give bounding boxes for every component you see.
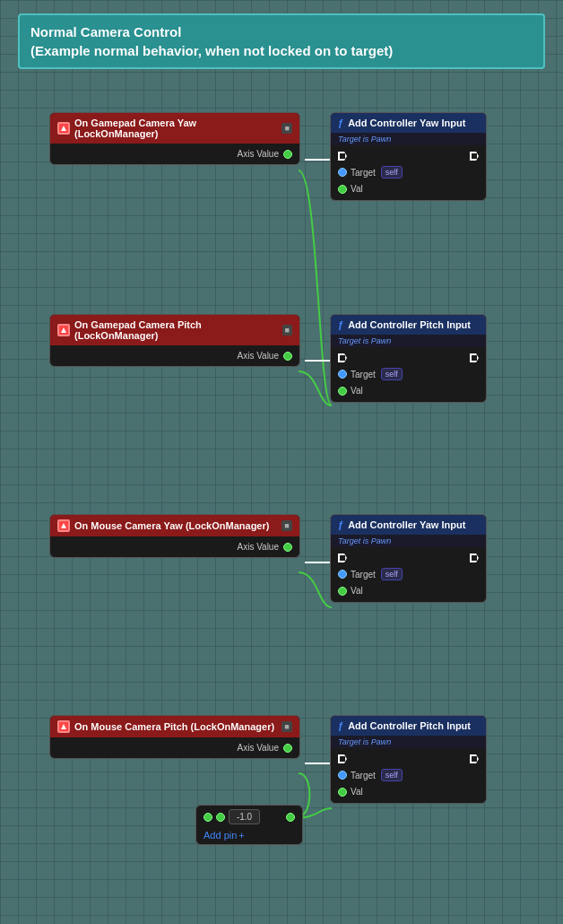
func-yaw-2-title: Add Controller Yaw Input — [348, 519, 465, 530]
target-pin-3[interactable] — [338, 570, 347, 579]
target-pin-2[interactable] — [338, 370, 347, 379]
event-icon-2 — [57, 324, 70, 336]
val-pin-4[interactable] — [338, 788, 347, 797]
exec-in-pin-2[interactable] — [338, 353, 347, 362]
event-icon — [57, 122, 70, 135]
close-button-2[interactable]: ■ — [282, 325, 292, 336]
add-pin-row: Add pin + — [196, 828, 302, 844]
func-yaw-1-subtitle: Target is Pawn — [331, 133, 486, 145]
self-badge-2: self — [381, 368, 403, 380]
func-icon: ƒ — [338, 118, 343, 128]
exec-out-pin-3[interactable] — [470, 554, 479, 562]
add-pin-button[interactable]: Add pin + — [204, 830, 245, 841]
exec-out-pin-2[interactable] — [470, 353, 479, 362]
self-badge-4: self — [381, 769, 403, 781]
self-badge-3: self — [381, 568, 403, 580]
val-label-4: Val — [351, 787, 363, 797]
func-pitch-1-title: Add Controller Pitch Input — [348, 319, 471, 330]
multiply-value-input[interactable] — [229, 809, 260, 824]
func-icon-3: ƒ — [338, 519, 343, 530]
func-pitch-1-body: Target self Val — [331, 347, 486, 402]
exec-in-pin-4[interactable] — [338, 754, 347, 763]
event-node-body-3: Axis Value — [50, 536, 299, 557]
func-pitch-2-body: Target self Val — [331, 748, 486, 803]
exec-out-pin-4[interactable] — [470, 754, 479, 763]
close-button-4[interactable]: ■ — [282, 721, 292, 732]
func-yaw-1-title: Add Controller Yaw Input — [348, 118, 465, 128]
self-badge: self — [381, 166, 403, 179]
func-node-yaw-2: ƒ Add Controller Yaw Input Target is Paw… — [330, 514, 487, 603]
event-node-gamepad-yaw-header: On Gamepad Camera Yaw (LockOnManager) ■ — [50, 113, 299, 144]
multiply-in-pin-1[interactable] — [204, 813, 212, 822]
axis-value-label-3: Axis Value — [237, 542, 279, 552]
axis-value-label-4: Axis Value — [237, 743, 279, 753]
header-banner: Normal Camera Control (Example normal be… — [18, 13, 545, 69]
val-pin-3[interactable] — [338, 587, 347, 596]
close-button-3[interactable]: ■ — [282, 520, 292, 531]
val-pin[interactable] — [338, 185, 347, 194]
target-pin-4[interactable] — [338, 771, 347, 780]
event-mouse-pitch-title: On Mouse Camera Pitch (LockOnManager) — [74, 721, 274, 732]
func-node-pitch-1: ƒ Add Controller Pitch Input Target is P… — [330, 314, 487, 403]
func-node-pitch-2: ƒ Add Controller Pitch Input Target is P… — [330, 715, 487, 804]
axis-value-output-3: Axis Value — [237, 542, 292, 552]
close-button[interactable]: ■ — [282, 123, 292, 134]
val-row-2: Val — [331, 383, 486, 398]
event-node-mouse-yaw-header: On Mouse Camera Yaw (LockOnManager) ■ — [50, 515, 299, 536]
axis-value-output: Axis Value — [237, 149, 292, 159]
func-yaw-2-body: Target self Val — [331, 547, 486, 602]
event-node-gamepad-pitch: On Gamepad Camera Pitch (LockOnManager) … — [49, 314, 300, 367]
title-line2: (Example normal behavior, when not locke… — [30, 43, 393, 58]
func-node-pitch-1-header: ƒ Add Controller Pitch Input — [331, 315, 486, 335]
target-row-2: Target self — [331, 365, 486, 383]
exec-in-pin-3[interactable] — [338, 554, 347, 562]
target-row-3: Target self — [331, 565, 486, 583]
axis-value-pin-2[interactable] — [283, 352, 292, 361]
axis-value-output-2: Axis Value — [237, 351, 292, 361]
val-row-3: Val — [331, 583, 486, 598]
target-pin[interactable] — [338, 168, 347, 177]
func-exec-row-4 — [331, 752, 486, 766]
axis-value-pin-4[interactable] — [283, 744, 292, 753]
axis-value-pin[interactable] — [283, 150, 292, 159]
event-node-gamepad-pitch-header: On Gamepad Camera Pitch (LockOnManager) … — [50, 315, 299, 345]
event-icon-3 — [57, 519, 70, 532]
exec-in-pin[interactable] — [338, 152, 347, 161]
val-row-4: Val — [331, 784, 486, 799]
target-label: Target — [351, 168, 376, 178]
target-label-4: Target — [351, 771, 376, 780]
event-node-body-4: Axis Value — [50, 737, 299, 758]
val-pin-2[interactable] — [338, 387, 347, 396]
event-gamepad-yaw-title: On Gamepad Camera Yaw (LockOnManager) — [74, 118, 277, 139]
val-row: Val — [331, 181, 486, 196]
val-label-3: Val — [351, 586, 363, 596]
func-pitch-2-title: Add Controller Pitch Input — [348, 720, 471, 731]
add-pin-label: Add pin — [204, 830, 237, 841]
title-line1: Normal Camera Control — [30, 24, 181, 39]
event-node-mouse-pitch-header: On Mouse Camera Pitch (LockOnManager) ■ — [50, 716, 299, 737]
func-icon-2: ƒ — [338, 319, 343, 330]
event-mouse-yaw-title: On Mouse Camera Yaw (LockOnManager) — [74, 520, 269, 531]
exec-out-pin[interactable] — [470, 152, 479, 161]
target-label-3: Target — [351, 570, 376, 580]
func-exec-row — [331, 149, 486, 163]
event-icon-4 — [57, 720, 70, 733]
multiply-in-pin-2[interactable] — [216, 813, 225, 822]
event-node-body: Axis Value — [50, 144, 299, 164]
event-node-body-2: Axis Value — [50, 345, 299, 366]
func-pitch-2-subtitle: Target is Pawn — [331, 736, 486, 748]
axis-value-pin-3[interactable] — [283, 543, 292, 552]
event-gamepad-pitch-title: On Gamepad Camera Pitch (LockOnManager) — [74, 319, 278, 341]
func-node-yaw-1-header: ƒ Add Controller Yaw Input — [331, 113, 486, 133]
event-node-mouse-yaw: On Mouse Camera Yaw (LockOnManager) ■ Ax… — [49, 514, 300, 558]
multiply-node-body — [196, 806, 302, 828]
func-icon-4: ƒ — [338, 720, 343, 731]
func-yaw-2-subtitle: Target is Pawn — [331, 535, 486, 547]
val-label-2: Val — [351, 386, 363, 396]
axis-value-label-2: Axis Value — [237, 351, 279, 361]
event-node-mouse-pitch: On Mouse Camera Pitch (LockOnManager) ■ … — [49, 715, 300, 759]
multiply-out-pin[interactable] — [286, 813, 295, 822]
val-label: Val — [351, 184, 363, 194]
func-pitch-1-subtitle: Target is Pawn — [331, 335, 486, 347]
multiply-node: Add pin + — [195, 805, 303, 845]
